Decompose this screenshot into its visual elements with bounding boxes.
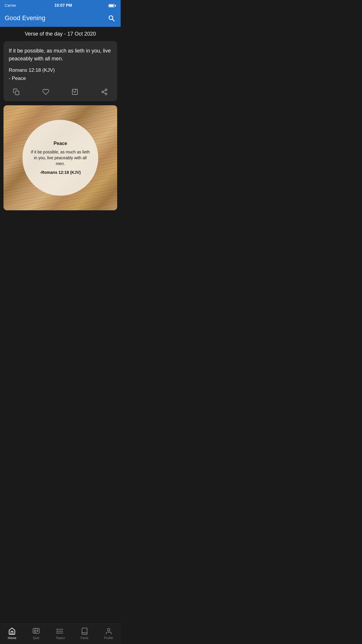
share-button[interactable] xyxy=(100,87,109,97)
verse-actions xyxy=(9,87,112,97)
bottom-spacer xyxy=(3,214,117,238)
verse-card: If it be possible, as much as lieth in y… xyxy=(3,41,117,101)
verse-topic: - Peace xyxy=(9,76,112,81)
circle-verse-text: If it be possible, as much as lieth in y… xyxy=(29,149,91,167)
edit-button[interactable] xyxy=(70,87,80,97)
verse-circle-overlay: Peace If it be possible, as much as liet… xyxy=(22,120,98,196)
circle-reference: -Romans 12:18 (KJV) xyxy=(40,170,81,175)
heart-icon xyxy=(42,88,49,95)
status-bar: Carrier 10:07 PM xyxy=(0,0,121,10)
copy-icon xyxy=(13,88,20,95)
verse-text: If it be possible, as much as lieth in y… xyxy=(9,47,112,63)
like-button[interactable] xyxy=(41,87,50,97)
main-content: Verse of the day - 17 Oct 2020 If it be … xyxy=(0,27,121,238)
svg-line-9 xyxy=(103,90,106,92)
circle-topic: Peace xyxy=(54,141,67,146)
svg-line-8 xyxy=(103,92,106,94)
search-icon xyxy=(108,15,115,22)
share-icon xyxy=(101,88,108,95)
header-greeting: Good Evening xyxy=(5,14,45,22)
votd-title: Verse of the day - 17 Oct 2020 xyxy=(3,31,117,37)
app-header: Good Evening xyxy=(0,10,121,27)
search-button[interactable] xyxy=(107,13,116,23)
verse-image-card: Peace If it be possible, as much as liet… xyxy=(3,105,117,210)
battery-icon xyxy=(108,3,116,8)
wood-background: Peace If it be possible, as much as liet… xyxy=(3,105,117,210)
copy-button[interactable] xyxy=(12,87,21,97)
status-left: Carrier xyxy=(5,3,18,8)
svg-line-2 xyxy=(113,19,115,21)
carrier-text: Carrier xyxy=(5,3,16,8)
svg-rect-3 xyxy=(15,91,19,95)
status-time: 10:07 PM xyxy=(55,3,72,8)
verse-reference: Romans 12:18 (KJV) xyxy=(9,67,112,73)
edit-icon xyxy=(71,88,78,95)
